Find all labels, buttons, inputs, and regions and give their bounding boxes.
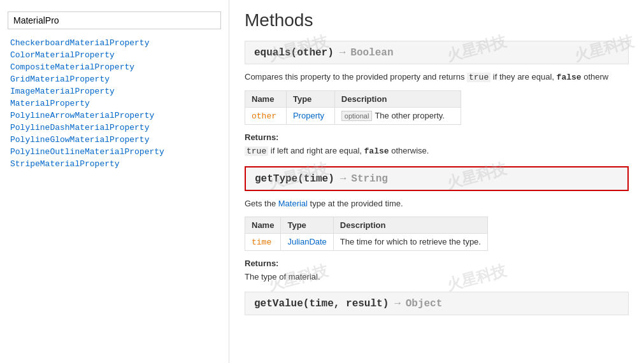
- ret-false: false: [364, 146, 389, 156]
- method-signature[interactable]: getType(time)→ String: [245, 166, 629, 191]
- param-type-cell: Property: [286, 107, 334, 124]
- sidebar-item[interactable]: GridMaterialProperty: [0, 73, 229, 85]
- optional-badge: optional: [341, 111, 373, 121]
- method-arrow: →: [338, 46, 350, 57]
- signature-code: getValue(time, result): [254, 298, 389, 310]
- sidebar: CheckerboardMaterialPropertyColorMateria…: [0, 0, 229, 363]
- method-section: equals(other)→ BooleanCompares this prop…: [245, 41, 629, 157]
- method-signature: equals(other)→ Boolean: [245, 41, 629, 64]
- sidebar-item[interactable]: CompositeMaterialProperty: [0, 61, 229, 73]
- param-name: other: [252, 111, 276, 121]
- sidebar-item[interactable]: PolylineDashMaterialProperty: [0, 122, 229, 134]
- returns-label: Returns:: [245, 259, 629, 268]
- sidebar-item[interactable]: PolylineGlowMaterialProperty: [0, 134, 229, 146]
- sidebar-item[interactable]: PolylineOutlineMaterialProperty: [0, 146, 229, 158]
- param-type: Property: [293, 111, 324, 120]
- method-return-type: String: [351, 173, 388, 185]
- param-type-cell: JulianDate: [281, 233, 333, 250]
- table-header: Description: [333, 217, 487, 233]
- method-return-type: Boolean: [350, 47, 393, 59]
- method-section: getType(time)→ StringGets the Material t…: [245, 166, 629, 283]
- table-header: Name: [245, 90, 287, 107]
- param-name: time: [252, 238, 271, 247]
- method-description: Compares this property to the provided p…: [245, 71, 629, 84]
- sidebar-item[interactable]: PolylineArrowMaterialProperty: [0, 110, 229, 122]
- param-table: NameTypeDescriptionotherPropertyoptional…: [245, 90, 461, 125]
- table-row: timeJulianDateThe time for which to retr…: [245, 233, 488, 250]
- sidebar-item[interactable]: MaterialProperty: [0, 97, 229, 110]
- table-header: Description: [334, 90, 461, 107]
- main-content: 火星科技火星科技火星科技火星科技火星科技火星科技火星科技 Methods equ…: [229, 0, 644, 363]
- method-arrow: →: [392, 297, 405, 308]
- desc-code-true: true: [467, 73, 490, 82]
- sidebar-item[interactable]: CheckerboardMaterialProperty: [0, 37, 229, 49]
- method-description: Gets the Material type at the provided t…: [245, 197, 629, 210]
- param-name-cell: other: [245, 107, 287, 124]
- param-desc-cell: optionalThe other property.: [334, 107, 461, 124]
- returns-description: true if left and right are equal, false …: [245, 145, 629, 158]
- methods-container: equals(other)→ BooleanCompares this prop…: [245, 41, 629, 315]
- returns-description: The type of material.: [245, 271, 629, 283]
- ret-true: true: [245, 146, 268, 156]
- desc-material: Material: [278, 199, 308, 208]
- search-input[interactable]: [8, 11, 221, 29]
- sidebar-search-container: [8, 11, 221, 29]
- param-type: JulianDate: [287, 237, 326, 246]
- method-section: getValue(time, result)→ Object: [245, 292, 629, 315]
- page-title: Methods: [245, 10, 629, 31]
- table-row: otherPropertyoptionalThe other property.: [245, 107, 461, 124]
- method-arrow: →: [338, 173, 351, 183]
- param-name-cell: time: [245, 233, 281, 250]
- desc-code-false: false: [557, 73, 582, 82]
- table-header: Type: [286, 90, 334, 107]
- returns-label: Returns:: [245, 132, 629, 142]
- table-header: Type: [281, 217, 333, 233]
- sidebar-item[interactable]: StripeMaterialProperty: [0, 158, 229, 170]
- signature-code: equals(other): [254, 47, 334, 59]
- method-return-type: Object: [406, 298, 443, 310]
- sidebar-item[interactable]: ColorMaterialProperty: [0, 49, 229, 61]
- method-signature: getValue(time, result)→ Object: [245, 292, 629, 315]
- table-header: Name: [245, 217, 281, 233]
- signature-code: getType(time): [255, 173, 334, 185]
- param-desc-cell: The time for which to retrieve the type.: [333, 233, 487, 250]
- sidebar-item[interactable]: ImageMaterialProperty: [0, 85, 229, 97]
- sidebar-links: CheckerboardMaterialPropertyColorMateria…: [0, 37, 229, 170]
- param-table: NameTypeDescriptiontimeJulianDateThe tim…: [245, 217, 488, 251]
